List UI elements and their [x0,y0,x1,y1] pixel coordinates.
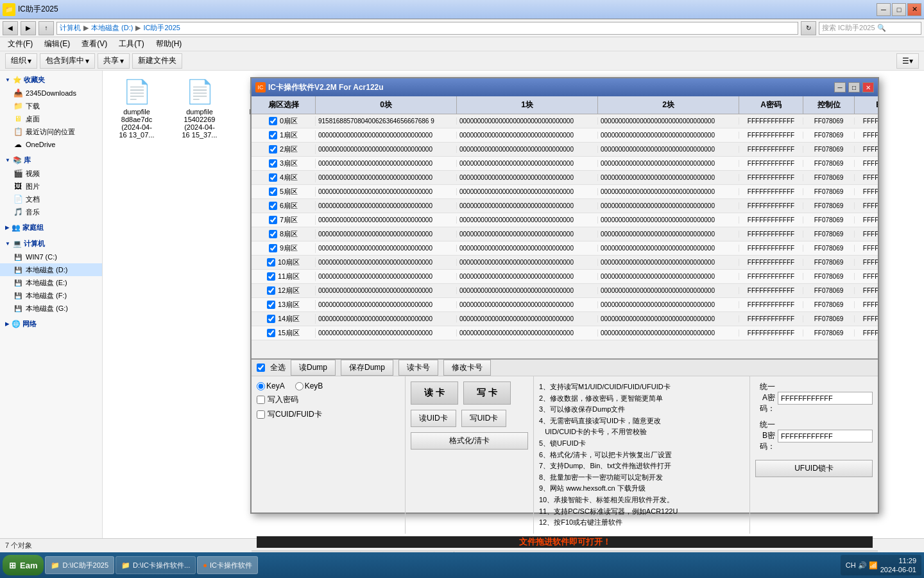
sidebar-item-recent[interactable]: 📋最近访问的位置 [0,125,102,138]
menu-help[interactable]: 帮助(H) [151,37,187,51]
ic-table-row-2[interactable]: 2扇区 00000000000000000000000000000000 000… [252,143,878,157]
view-options-button[interactable]: ☰▾ [896,53,919,69]
up-button[interactable]: ↑ [38,21,54,35]
menu-view[interactable]: 查看(V) [76,37,112,51]
write-password-checkbox[interactable]: 写入密码 [257,394,400,405]
ic-maximize-button[interactable]: □ [848,82,860,92]
ic-table-row-6[interactable]: 6扇区 00000000000000000000000000000000 000… [252,199,878,213]
save-dump-button[interactable]: 保存Dump [341,360,393,376]
taskbar-item-ic-software[interactable]: ● IC卡操作软件 [197,556,258,574]
ic-sector-checkbox-7[interactable] [269,216,277,224]
favorites-header[interactable]: ▼ ⭐ 收藏夹 [0,73,102,87]
modify-cardno-button[interactable]: 修改卡号 [443,360,491,376]
path-computer[interactable]: 计算机 [60,23,81,33]
ic-sector-checkbox-0[interactable] [269,117,277,125]
read-card-button[interactable]: 读 卡 [411,381,458,405]
ic-table-row-11[interactable]: 11扇区 00000000000000000000000000000000 00… [252,270,878,284]
ic-sector-checkbox-15[interactable] [267,329,275,337]
ic-table-row-13[interactable]: 13扇区 00000000000000000000000000000000 00… [252,298,878,312]
ufuid-lock-button[interactable]: UFUID锁卡 [755,460,873,477]
menu-file[interactable]: 文件(F) [3,37,38,51]
menu-tools[interactable]: 工具(T) [114,37,149,51]
maximize-button[interactable]: □ [892,3,906,16]
ic-table-row-5[interactable]: 5扇区 00000000000000000000000000000000 000… [252,185,878,199]
ic-table-row-7[interactable]: 7扇区 00000000000000000000000000000000 000… [252,213,878,227]
ic-table-row-9[interactable]: 9扇区 00000000000000000000000000000000 000… [252,241,878,256]
ic-table-row-15[interactable]: 15扇区 00000000000000000000000000000000 00… [252,326,878,340]
ic-sector-checkbox-4[interactable] [269,173,277,182]
sidebar-item-c[interactable]: 💾WIN7 (C:) [0,250,102,263]
ic-table-row-0[interactable]: 0扇区 9158168857080400626364656667686 9 00… [252,114,878,128]
sidebar-item-documents[interactable]: 📄文档 [0,193,102,206]
network-header[interactable]: ▶ 🌐 网络 [0,317,102,331]
forward-button[interactable]: ▶ [21,21,36,35]
ic-sector-checkbox-11[interactable] [267,272,275,281]
ic-minimize-button[interactable]: ─ [834,82,846,92]
ic-table-row-10[interactable]: 10扇区 00000000000000000000000000000000 00… [252,256,878,270]
sidebar-item-e[interactable]: 💾本地磁盘 (E:) [0,276,102,289]
sidebar-item-g[interactable]: 💾本地磁盘 (G:) [0,302,102,315]
ic-sector-checkbox-1[interactable] [269,131,277,139]
refresh-button[interactable]: ↻ [801,21,816,35]
read-dump-button[interactable]: 读Dump [291,360,336,376]
ic-sector-checkbox-13[interactable] [267,301,275,309]
library-header[interactable]: ▼ 📚 库 [0,153,102,167]
ic-sector-checkbox-3[interactable] [269,159,277,168]
write-uid-button[interactable]: 写UID卡 [461,410,507,427]
sidebar-item-desktop[interactable]: 🖥桌面 [0,112,102,125]
write-cuid-checkbox[interactable]: 写CUID/FUID卡 [257,409,400,420]
sidebar-item-music[interactable]: 🎵音乐 [0,206,102,218]
address-path[interactable]: 计算机 ▶ 本地磁盘 (D:) ▶ IC助手2025 [56,22,798,35]
unified-keyb-input[interactable] [778,430,873,442]
ic-table-row-12[interactable]: 12扇区 00000000000000000000000000000000 00… [252,284,878,298]
read-uid-button[interactable]: 读UID卡 [411,410,456,427]
homegroup-header[interactable]: ▶ 👥 家庭组 [0,221,102,234]
ic-table-row-1[interactable]: 1扇区 00000000000000000000000000000000 000… [252,128,878,143]
ic-table-row-8[interactable]: 8扇区 00000000000000000000000000000000 000… [252,227,878,241]
keyb-radio[interactable]: KeyB [295,381,323,390]
search-box[interactable]: 搜索 IC助手2025 🔍 [819,22,921,35]
start-button[interactable]: ⊞ Eam [3,555,44,575]
organize-button[interactable]: 组织 ▾ [5,53,37,69]
menu-edit[interactable]: 编辑(E) [39,37,75,51]
path-drive[interactable]: 本地磁盘 (D:) [91,23,133,33]
sidebar-item-video[interactable]: 🎬视频 [0,167,102,180]
read-cardno-button[interactable]: 读卡号 [398,360,438,376]
ic-sector-checkbox-12[interactable] [267,286,275,295]
sidebar-item-onedrive[interactable]: ☁OneDrive [0,138,102,151]
file-item-dumpfile1[interactable]: 📄 dumpfile8d8ae7dc(2024-04-16 13_07... [108,76,166,141]
computer-header[interactable]: ▼ 💻 计算机 [0,237,102,250]
taskbar-item-explorer2[interactable]: 📁 D:\IC卡操作软件... [116,556,196,574]
back-button[interactable]: ◀ [3,21,18,35]
ic-sector-checkbox-6[interactable] [269,202,277,210]
new-folder-button[interactable]: 新建文件夹 [132,53,182,69]
ic-sector-checkbox-5[interactable] [269,188,277,196]
close-button[interactable]: ✕ [907,3,921,16]
sidebar-item-2345downloads[interactable]: 📥2345Downloads [0,87,102,100]
sidebar-item-pictures[interactable]: 🖼图片 [0,180,102,193]
sidebar-item-f[interactable]: 💾本地磁盘 (F:) [0,289,102,302]
ic-sector-checkbox-2[interactable] [269,145,277,153]
ic-sector-checkbox-9[interactable] [269,244,277,252]
ic-sector-checkbox-14[interactable] [267,315,275,323]
ic-td-keya-14: FFFFFFFFFFFF [739,315,803,322]
write-card-button[interactable]: 写 卡 [463,381,511,405]
ic-table-row-14[interactable]: 14扇区 00000000000000000000000000000000 00… [252,312,878,326]
format-button[interactable]: 格式化/清卡 [411,432,528,450]
path-folder[interactable]: IC助手2025 [143,23,180,33]
file-item-dumpfile2[interactable]: 📄 dumpfile15402269(2024-04-16 15_37... [171,76,228,141]
select-all-checkbox[interactable] [257,363,265,372]
ic-close-button[interactable]: ✕ [862,82,874,92]
sidebar-item-d[interactable]: 💾本地磁盘 (D:) [0,263,102,276]
minimize-button[interactable]: ─ [877,3,891,16]
share-button[interactable]: 共享 ▾ [98,53,130,69]
taskbar-item-explorer1[interactable]: 📁 D:\IC助手2025 [45,556,114,574]
ic-table-row-3[interactable]: 3扇区 00000000000000000000000000000000 000… [252,157,878,171]
ic-sector-checkbox-8[interactable] [269,230,277,238]
keya-radio[interactable]: KeyA [257,381,285,390]
unified-keya-input[interactable] [778,392,873,405]
sidebar-item-downloads[interactable]: 📁下载 [0,100,102,112]
include-library-button[interactable]: 包含到库中 ▾ [40,53,95,69]
ic-sector-checkbox-10[interactable] [267,258,275,267]
ic-table-row-4[interactable]: 4扇区 00000000000000000000000000000000 000… [252,171,878,185]
